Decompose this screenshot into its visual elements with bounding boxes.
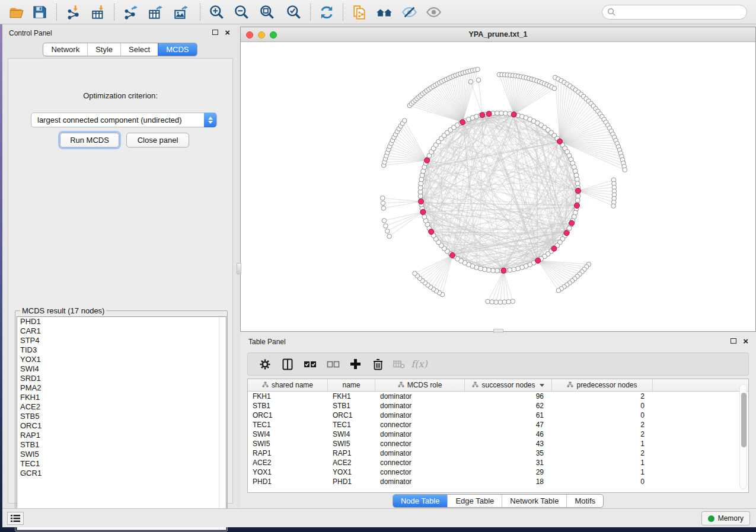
delete-entry-icon[interactable] [368,353,388,375]
import-network-icon[interactable] [63,2,85,22]
table-row[interactable]: ORC1ORC1dominator610 [248,411,748,420]
mcds-result-item[interactable]: SRD1 [17,374,226,383]
criterion-select[interactable]: largest connected component (undirected) [31,113,217,127]
dominator-node[interactable] [425,158,430,163]
run-mcds-button[interactable]: Run MCDS [60,133,119,148]
mcds-result-item[interactable]: TID3 [17,345,226,355]
tab-network-table[interactable]: Network Table [502,495,566,507]
memory-button[interactable]: Memory [701,511,750,525]
column-header-name[interactable]: name [328,379,375,391]
column-header-predecessor-nodes[interactable]: predecessor nodes [552,379,653,391]
table-row[interactable]: SWI4SWI4dominator462 [248,430,748,439]
network-canvas[interactable] [241,42,755,331]
mcds-result-item[interactable]: SWI5 [17,450,226,459]
network-leaf-node[interactable] [494,300,499,305]
network-leaf-node[interactable] [380,196,385,201]
dominator-node[interactable] [535,258,541,263]
export-image-icon[interactable] [170,2,192,22]
float-panel-icon[interactable] [731,338,736,344]
tab-select[interactable]: Select [120,43,158,56]
table-row[interactable]: ACE2ACE2connector311 [248,458,748,467]
network-leaf-node[interactable] [402,118,407,123]
dominator-node[interactable] [574,203,579,209]
float-panel-icon[interactable] [212,30,218,35]
network-leaf-node[interactable] [556,288,561,293]
close-panel-icon[interactable]: × [743,338,748,344]
mcds-list-scrollbar[interactable] [219,317,226,530]
zoom-fit-icon[interactable] [256,2,277,22]
mcds-result-item[interactable]: STB1 [17,440,226,450]
network-leaf-node[interactable] [611,204,616,209]
network-leaf-node[interactable] [476,67,480,72]
dominator-node[interactable] [501,268,506,273]
tab-motifs[interactable]: Motifs [566,495,603,507]
network-leaf-node[interactable] [506,300,511,305]
select-all-icon[interactable] [300,353,320,375]
table-row[interactable]: FKH1FKH1dominator962 [248,392,748,401]
mcds-result-item[interactable]: RAP1 [17,431,226,440]
mcds-result-item[interactable]: GCR1 [17,469,226,478]
dominator-node[interactable] [551,246,557,251]
dominator-node[interactable] [418,199,423,204]
dominator-node[interactable] [557,139,563,144]
add-entry-icon[interactable] [345,353,365,375]
tab-network[interactable]: Network [43,43,87,56]
zoom-in-icon[interactable] [206,2,227,22]
network-leaf-node[interactable] [498,300,503,305]
network-leaf-node[interactable] [413,271,417,276]
network-leaf-node[interactable] [502,300,507,305]
network-leaf-node[interactable] [486,299,490,304]
column-header-successor-nodes[interactable]: successor nodes [465,379,552,391]
search-input[interactable] [602,5,747,20]
dominator-node[interactable] [460,120,465,125]
dominator-node[interactable] [486,111,492,117]
zoom-selected-icon[interactable] [283,2,304,22]
dominator-node[interactable] [511,112,516,117]
tab-style[interactable]: Style [87,43,120,56]
dominator-node[interactable] [429,229,434,235]
mcds-result-item[interactable]: SWI4 [17,364,226,374]
task-history-button[interactable] [7,512,24,525]
mcds-result-item[interactable]: PMA2 [17,383,226,393]
dominator-node[interactable] [449,252,455,258]
network-leaf-node[interactable] [476,78,481,82]
show-columns-icon[interactable] [277,353,298,375]
network-leaf-node[interactable] [382,219,387,223]
tab-edge-table[interactable]: Edge Table [447,495,502,507]
close-panel-button[interactable]: Close panel [126,133,189,148]
clone-network-icon[interactable] [349,2,370,22]
tab-mcds[interactable]: MCDS [158,43,196,56]
vertical-splitter-grip[interactable] [237,263,241,274]
first-neighbors-icon[interactable] [374,2,395,22]
tab-node-table[interactable]: Node Table [393,495,448,507]
dominator-node[interactable] [575,188,580,193]
network-leaf-node[interactable] [552,86,557,91]
mcds-result-item[interactable]: YOX1 [17,355,226,364]
network-leaf-node[interactable] [381,206,386,211]
apply-layout-icon[interactable] [316,2,337,22]
dominator-node[interactable] [480,113,485,118]
table-row[interactable]: PHD1PHD1dominator180 [248,477,748,486]
network-leaf-node[interactable] [623,168,627,172]
mcds-result-item[interactable]: STB5 [17,412,226,421]
mcds-result-item[interactable]: ORC1 [17,421,226,431]
dominator-node[interactable] [569,220,575,226]
export-table-icon[interactable] [145,2,166,22]
show-all-icon[interactable] [423,2,444,22]
open-session-icon[interactable] [6,2,27,22]
import-table-icon[interactable] [88,2,109,22]
mcds-result-item[interactable]: PHD1 [17,317,226,326]
table-scrollbar-thumb[interactable] [741,393,747,447]
network-window-titlebar[interactable]: YPA_prune.txt_1 [241,27,755,42]
deselect-all-icon[interactable] [323,353,343,375]
network-leaf-node[interactable] [385,229,390,233]
mcds-result-item[interactable]: FKH1 [17,393,226,402]
table-scrollbar[interactable] [739,384,747,489]
network-leaf-node[interactable] [511,299,515,304]
network-leaf-node[interactable] [387,234,392,239]
table-row[interactable]: SWI5SWI5connector431 [248,439,748,448]
table-row[interactable]: RAP1RAP1dominator352 [248,448,748,458]
network-leaf-node[interactable] [384,224,388,229]
column-header-MCDS-role[interactable]: MCDS role [375,379,465,391]
save-session-icon[interactable] [28,2,50,22]
